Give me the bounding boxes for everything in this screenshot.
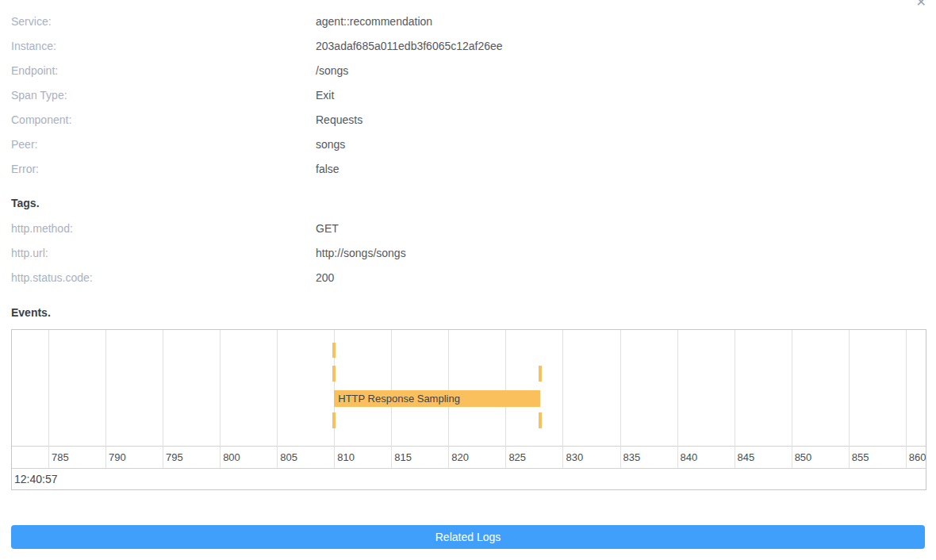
- gridline: [906, 330, 907, 468]
- field-label: Component:: [11, 113, 316, 126]
- gridline: [620, 330, 621, 468]
- gridline: [849, 330, 850, 468]
- field-label: Service:: [11, 15, 316, 28]
- field-value: 200: [316, 271, 334, 284]
- field-row: http.method: GET: [11, 216, 925, 240]
- tags-heading: Tags.: [11, 191, 40, 216]
- event-tick[interactable]: [539, 366, 542, 382]
- axis-tick-label: 860: [909, 447, 926, 468]
- axis-tick-label: 800: [223, 447, 240, 468]
- field-value: false: [316, 163, 339, 175]
- axis-tick-label: 790: [109, 447, 126, 468]
- field-row: Error: false: [11, 156, 925, 181]
- axis-tick-label: 795: [166, 447, 183, 468]
- field-value: 203adaf685a011edb3f6065c12af26ee: [316, 40, 503, 52]
- event-bar[interactable]: HTTP Response Sampling: [334, 390, 539, 407]
- field-label: Peer:: [11, 138, 316, 151]
- field-value: Exit: [316, 89, 334, 102]
- field-value: /songs: [316, 64, 348, 77]
- gridline: [48, 330, 49, 468]
- axis-tick-label: 785: [52, 447, 69, 468]
- gridline: [792, 330, 792, 468]
- gridline: [277, 330, 278, 468]
- field-row: Peer: songs: [11, 132, 925, 156]
- field-row: http.url: http://songs/songs: [11, 240, 925, 265]
- events-timeline-chart: 12:40:57 7857907958008058108158208258308…: [11, 329, 926, 490]
- field-value: songs: [316, 138, 345, 151]
- axis-tick-label: 825: [508, 447, 526, 468]
- label-row-divider: [12, 468, 926, 469]
- field-label: http.method:: [11, 222, 316, 235]
- axis-tick-label: 815: [394, 447, 412, 468]
- related-logs-button[interactable]: Related Logs: [11, 525, 925, 549]
- close-icon[interactable]: ✕: [916, 0, 926, 9]
- field-label: Instance:: [11, 40, 316, 52]
- span-detail-panel: ✕ Service: agent::recommendation Instanc…: [0, 0, 936, 560]
- axis-tick-label: 835: [623, 447, 641, 468]
- event-tick[interactable]: [332, 343, 336, 358]
- axis-tick-label: 850: [795, 447, 812, 468]
- axis-tick-label: 855: [852, 447, 869, 468]
- field-label: http.url:: [11, 247, 316, 259]
- field-label: Span Type:: [11, 89, 316, 102]
- axis-tick-label: 845: [738, 447, 755, 468]
- events-heading: Events.: [11, 301, 51, 325]
- field-label: Error:: [11, 163, 316, 175]
- span-tags: http.method: GET http.url: http://songs/…: [11, 216, 925, 290]
- field-label: http.status.code:: [11, 271, 316, 284]
- event-tick[interactable]: [539, 412, 542, 428]
- field-row: Component: Requests: [11, 107, 925, 132]
- timeline-start-time: 12:40:57: [14, 469, 58, 489]
- event-tick[interactable]: [332, 366, 336, 382]
- field-row: Endpoint: /songs: [11, 58, 925, 82]
- gridline: [220, 330, 221, 468]
- field-value: Requests: [316, 113, 363, 126]
- gridline: [735, 330, 735, 468]
- axis-tick-label: 810: [337, 447, 355, 468]
- field-row: Instance: 203adaf685a011edb3f6065c12af26…: [11, 33, 925, 58]
- field-value: GET: [316, 222, 339, 235]
- event-tick[interactable]: [332, 412, 336, 428]
- gridline: [105, 330, 106, 468]
- field-label: Endpoint:: [11, 64, 316, 77]
- field-value: http://songs/songs: [316, 247, 406, 259]
- field-row: http.status.code: 200: [11, 265, 925, 290]
- field-row: Span Type: Exit: [11, 82, 925, 107]
- axis-tick-label: 820: [451, 447, 469, 468]
- axis-tick-label: 840: [681, 447, 698, 468]
- axis-tick-label: 830: [566, 447, 583, 468]
- field-value: agent::recommendation: [316, 15, 432, 28]
- gridline: [677, 330, 678, 468]
- gridline: [163, 330, 163, 468]
- axis-tick-label: 805: [280, 447, 297, 468]
- gridline: [562, 330, 563, 468]
- span-fields: Service: agent::recommendation Instance:…: [11, 9, 925, 181]
- field-row: Service: agent::recommendation: [11, 9, 925, 33]
